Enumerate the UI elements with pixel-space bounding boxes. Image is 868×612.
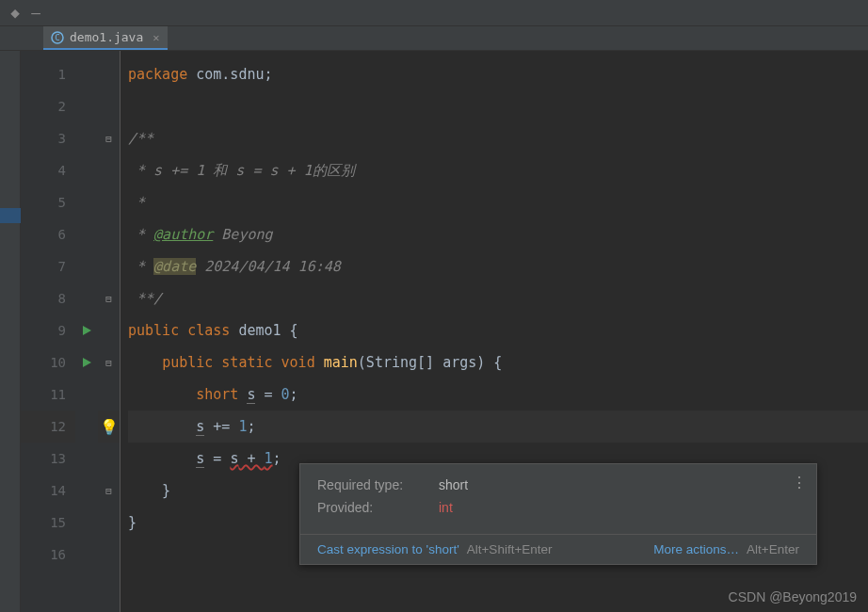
run-gutter bbox=[75, 51, 98, 612]
line-number[interactable]: 6 bbox=[21, 218, 75, 250]
line-number[interactable]: 9 bbox=[21, 314, 75, 346]
keyword: package bbox=[128, 66, 187, 83]
line-number[interactable]: 2 bbox=[21, 90, 75, 122]
cast-shortcut: Alt+Shift+Enter bbox=[467, 542, 553, 556]
number: 1 bbox=[265, 450, 273, 467]
javadoc-tag: @date bbox=[153, 258, 196, 275]
punct: ; bbox=[265, 66, 273, 83]
window-minimize-icon[interactable]: — bbox=[30, 8, 41, 19]
number: 0 bbox=[281, 386, 290, 403]
line-number[interactable]: 8 bbox=[21, 282, 75, 314]
provided-type-label: Provided: bbox=[317, 500, 416, 515]
error-tooltip: ⋮ Required type: short Provided: int Cas… bbox=[299, 463, 817, 565]
punct: } bbox=[128, 514, 137, 531]
punct: { bbox=[290, 322, 298, 339]
keyword: void bbox=[281, 354, 324, 371]
comment: * s += 1 和 s = s + 1的区别 bbox=[128, 162, 355, 179]
comment: Beyong bbox=[213, 226, 272, 243]
close-icon[interactable]: ✕ bbox=[153, 31, 159, 44]
line-number[interactable]: 10 bbox=[21, 346, 75, 378]
class-name: demo1 bbox=[238, 322, 289, 339]
comment: * bbox=[128, 226, 153, 243]
variable: s bbox=[196, 450, 204, 468]
line-number[interactable]: 7 bbox=[21, 250, 75, 282]
line-number[interactable]: 14 bbox=[21, 475, 75, 507]
line-number[interactable]: 11 bbox=[21, 378, 75, 411]
required-type-label: Required type: bbox=[317, 477, 416, 492]
run-method-icon[interactable] bbox=[75, 346, 98, 378]
line-number[interactable]: 15 bbox=[21, 507, 75, 539]
svg-marker-3 bbox=[83, 358, 91, 367]
more-actions-link[interactable]: More actions… bbox=[653, 542, 739, 556]
line-number[interactable]: 13 bbox=[21, 443, 75, 475]
required-type-value: short bbox=[439, 477, 468, 492]
provided-type-value: int bbox=[439, 500, 453, 515]
cast-action-link[interactable]: Cast expression to 'short' bbox=[317, 542, 459, 556]
line-number[interactable]: 16 bbox=[21, 539, 75, 571]
params: (String[] args) { bbox=[358, 354, 503, 371]
comment: **/ bbox=[128, 290, 162, 307]
keyword: public bbox=[162, 354, 221, 371]
line-number-gutter: 1 2 3 4 5 6 7 8 9 10 11 12 13 14 15 16 bbox=[21, 51, 75, 612]
package-name: com.sdnu bbox=[187, 66, 264, 83]
keyword: class bbox=[187, 322, 238, 339]
fold-start-icon[interactable]: ⊟ bbox=[105, 357, 112, 369]
comment: * bbox=[128, 258, 153, 275]
keyword: static bbox=[221, 354, 281, 371]
side-highlight bbox=[0, 208, 21, 223]
svg-marker-2 bbox=[83, 326, 91, 335]
keyword: short bbox=[196, 386, 247, 403]
line-number[interactable]: 5 bbox=[21, 186, 75, 218]
java-file-icon: C bbox=[51, 31, 64, 44]
line-number[interactable]: 12 bbox=[21, 411, 75, 443]
fold-start-icon[interactable]: ⊟ bbox=[105, 133, 112, 145]
method-name: main bbox=[324, 354, 358, 371]
fold-end-icon[interactable]: ⊟ bbox=[105, 485, 112, 497]
variable: s bbox=[196, 418, 204, 436]
more-shortcut: Alt+Enter bbox=[747, 542, 799, 556]
run-class-icon[interactable] bbox=[75, 314, 98, 346]
more-options-icon[interactable]: ⋮ bbox=[792, 474, 807, 491]
line-number[interactable]: 4 bbox=[21, 154, 75, 186]
line-number[interactable]: 1 bbox=[21, 58, 75, 90]
fold-end-icon[interactable]: ⊟ bbox=[105, 293, 112, 305]
comment: * bbox=[128, 194, 145, 211]
punct: } bbox=[128, 482, 170, 499]
comment: 2024/04/14 16:48 bbox=[196, 258, 341, 275]
watermark: CSDN @Beyong2019 bbox=[729, 589, 857, 604]
tab-bar: C demo1.java ✕ bbox=[0, 26, 868, 51]
tool-window-strip[interactable] bbox=[0, 51, 21, 612]
window-control-icon[interactable]: ◆ bbox=[9, 8, 21, 19]
tab-filename: demo1.java bbox=[70, 30, 143, 44]
line-number[interactable]: 3 bbox=[21, 122, 75, 154]
javadoc-tag: @author bbox=[153, 226, 213, 243]
titlebar: ◆ — bbox=[0, 0, 868, 26]
lightbulb-icon[interactable]: 💡 bbox=[100, 418, 119, 436]
svg-text:C: C bbox=[55, 33, 59, 42]
fold-gutter: ⊟ ⊟ ⊟ 💡 ⊟ bbox=[98, 51, 121, 612]
comment: /** bbox=[128, 130, 153, 147]
tab-file[interactable]: C demo1.java ✕ bbox=[43, 26, 168, 50]
keyword: public bbox=[128, 322, 187, 339]
